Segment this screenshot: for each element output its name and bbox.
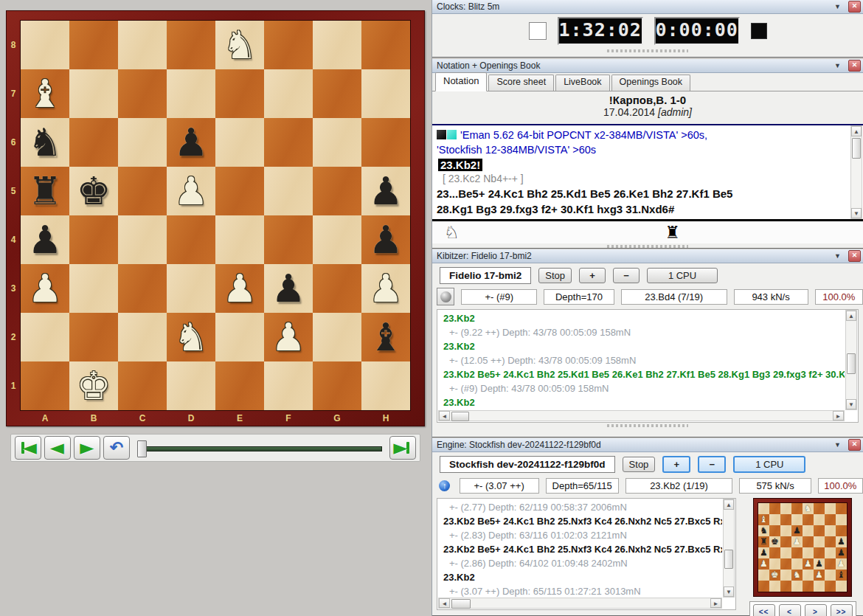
panel-resize-grip[interactable] (432, 423, 863, 428)
scrollbar-thumb[interactable] (847, 353, 856, 374)
board-square[interactable] (264, 167, 313, 215)
board-square[interactable] (825, 525, 836, 536)
scrollbar-thumb[interactable] (724, 550, 733, 569)
board-square[interactable]: ♜ (758, 536, 769, 547)
board-square[interactable]: ♟ (167, 118, 215, 167)
board-square[interactable] (780, 581, 791, 592)
board-square[interactable] (167, 361, 215, 410)
engine-line-eval[interactable]: +- (9.22 ++) Depth: 43/78 00:05:09 158mN (443, 325, 845, 339)
scroll-up-button[interactable]: ▲ (851, 126, 862, 136)
board-square[interactable] (825, 547, 836, 558)
tab-livebook[interactable]: LiveBook (555, 75, 609, 91)
board-square[interactable] (361, 69, 410, 118)
board-square[interactable]: ♟ (361, 264, 410, 313)
main-moves-line2[interactable]: 28.Kg1 Bg3 29.fxg3 f2+ 30.Kf1 hxg3 31.Nx… (437, 201, 850, 217)
board-square[interactable] (313, 21, 361, 69)
board-square[interactable] (167, 21, 215, 69)
slider-thumb[interactable] (137, 440, 147, 457)
board-square[interactable] (118, 264, 167, 313)
scroll-left-button[interactable]: ◄ (439, 598, 450, 608)
scroll-down-button[interactable]: ▼ (724, 586, 734, 597)
board-square[interactable] (69, 215, 118, 264)
board-square[interactable] (264, 361, 313, 410)
panel-resize-grip[interactable] (432, 48, 863, 53)
board-square[interactable] (361, 361, 410, 410)
tab-notation[interactable]: Notation (435, 72, 487, 91)
board-square[interactable] (814, 547, 825, 558)
board-square[interactable]: ♚ (69, 167, 118, 215)
board-square[interactable] (803, 525, 814, 536)
board-square[interactable] (313, 118, 361, 167)
board-square[interactable]: ♟ (836, 558, 847, 570)
board-square[interactable] (313, 215, 361, 264)
board-square[interactable] (825, 570, 836, 581)
kibitzer-horizontal-scrollbar[interactable]: ◄ ► (438, 410, 845, 421)
board-square[interactable] (21, 361, 69, 410)
panel-menu-icon[interactable]: ▼ (834, 441, 841, 449)
board-square[interactable] (118, 118, 167, 167)
board-square[interactable] (313, 313, 361, 361)
board-square[interactable] (313, 361, 361, 410)
engine-line-move[interactable]: 23.Kb2 Be5+ 24.Kc1 Bh2 25.Nxf3 Kc4 26.Nx… (443, 542, 722, 556)
board-square[interactable] (780, 514, 791, 525)
board-square[interactable]: ♟ (758, 547, 769, 558)
board-square[interactable] (825, 536, 836, 547)
board-square[interactable] (215, 361, 264, 410)
board-square[interactable]: ♞ (215, 21, 264, 69)
engine-line-move[interactable]: 23.Kb2 (443, 570, 722, 584)
board-square[interactable] (803, 581, 814, 592)
board-square[interactable]: ♝ (361, 313, 410, 361)
panel-menu-icon[interactable]: ▼ (834, 3, 841, 10)
board-square[interactable]: ♞ (167, 313, 215, 361)
board-square[interactable] (814, 503, 825, 514)
board-square[interactable]: ♜ (21, 167, 69, 215)
board-square[interactable] (825, 503, 836, 514)
board-square[interactable] (215, 118, 264, 167)
engine-state-button[interactable] (437, 288, 454, 305)
engine-line-eval[interactable]: +- (#9) Depth: 43/78 00:05:09 158mN (443, 381, 845, 395)
board-square[interactable]: ♟ (836, 536, 847, 547)
board-square[interactable] (758, 503, 769, 514)
add-engine-button[interactable]: + (579, 268, 606, 283)
board-square[interactable]: ♝ (758, 514, 769, 525)
board-square[interactable] (361, 118, 410, 167)
board-square[interactable] (264, 69, 313, 118)
board-square[interactable] (780, 536, 791, 547)
tab-openings-book[interactable]: Openings Book (611, 75, 690, 91)
kibitzer-vertical-scrollbar[interactable]: ▲ ▼ (845, 310, 857, 410)
scrollbar-thumb[interactable] (451, 412, 469, 421)
board-square[interactable] (791, 558, 803, 570)
black-rook-icon[interactable]: ♜ (665, 223, 680, 242)
board-square[interactable] (264, 21, 313, 69)
scroll-left-button[interactable]: ◄ (439, 411, 450, 421)
close-panel-button[interactable]: ✕ (848, 1, 861, 13)
engine-line-move[interactable]: 23.Kb2 (443, 311, 845, 325)
board-square[interactable] (769, 514, 780, 525)
remove-engine-button[interactable]: − (698, 456, 726, 473)
board-square[interactable]: ♞ (21, 118, 69, 167)
board-square[interactable]: ♟ (758, 558, 769, 570)
miniboard-nav-button[interactable]: >> (831, 604, 853, 616)
board-square[interactable]: ♟ (361, 167, 410, 215)
panel-menu-icon[interactable]: ▼ (834, 62, 841, 69)
board-square[interactable] (769, 581, 780, 592)
annotation-engines-line1[interactable]: 'Eman 5.62 64-bit POPCNT x2-384MB/VISTA'… (437, 128, 850, 142)
board-square[interactable]: ♟ (264, 264, 313, 313)
board-square[interactable]: ♚ (769, 570, 780, 581)
previous-move-button[interactable]: ◀ (44, 436, 71, 460)
notation-titlebar[interactable]: Notation + Openings Book ▼ ✕ (432, 59, 863, 73)
board-square[interactable] (167, 264, 215, 313)
board-square[interactable] (836, 503, 847, 514)
next-move-button[interactable]: ▶ (74, 436, 100, 460)
board-square[interactable] (791, 547, 803, 558)
kibitzer-titlebar[interactable]: Kibitzer: Fidelio 17-bmi2 ▼ ✕ (432, 249, 863, 263)
board-square[interactable] (215, 215, 264, 264)
stop-button[interactable]: Stop (623, 457, 656, 472)
takeback-button[interactable]: ↶ (103, 436, 130, 460)
board-square[interactable]: ♟ (361, 215, 410, 264)
board-square[interactable] (21, 313, 69, 361)
stop-button[interactable]: Stop (538, 268, 572, 283)
board-square[interactable]: ♟ (791, 536, 803, 547)
scroll-down-button[interactable]: ▼ (846, 399, 856, 409)
annotation-engines-line2[interactable]: 'Stockfish 12-384MB/VISTA' >60s (437, 142, 850, 157)
